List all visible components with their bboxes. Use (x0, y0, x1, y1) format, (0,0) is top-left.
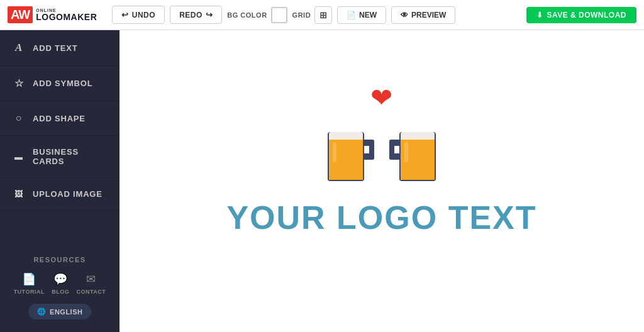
tutorial-icon: 📄 (22, 272, 36, 286)
main-area: A ADD TEXT ☆ ADD SYMBOL ○ ADD SHAPE ▬ BU… (0, 30, 644, 332)
brand-logo: AW ONLINE LOGOMAKER (8, 6, 97, 23)
canvas-logo-text[interactable]: YOUR LOGO TEXT (226, 199, 536, 236)
grid-label: GRID (292, 11, 311, 19)
language-button[interactable]: 🌐 ENGLISH (28, 304, 92, 319)
svg-rect-5 (369, 140, 374, 160)
svg-rect-13 (404, 142, 408, 162)
svg-rect-8 (401, 132, 435, 141)
bg-color-area: BG COLOR (227, 7, 287, 23)
sidebar-label-add-text: ADD TEXT (33, 43, 77, 53)
svg-rect-6 (333, 142, 336, 162)
preview-label: PREVIEW (411, 11, 446, 19)
resources-title: RESOURCES (10, 256, 109, 263)
toolbar: AW ONLINE LOGOMAKER ↩ UNDO REDO ↪ BG COL… (0, 0, 644, 30)
sidebar: A ADD TEXT ☆ ADD SYMBOL ○ ADD SHAPE ▬ BU… (0, 30, 119, 332)
save-download-button[interactable]: ⬇ SAVE & DOWNLOAD (526, 7, 636, 23)
sidebar-item-business-cards[interactable]: ▬ BUSINESS CARDS (0, 136, 119, 178)
redo-icon: ↪ (206, 10, 213, 19)
grid-area: GRID ⊞ (292, 6, 333, 24)
beer-mug-right (384, 119, 441, 189)
upload-icon: 🖼 (13, 189, 25, 199)
logo-illustration: ❤ (226, 119, 536, 236)
svg-rect-12 (389, 140, 394, 160)
new-button[interactable]: 📄 NEW (337, 6, 386, 24)
undo-icon: ↩ (121, 10, 129, 19)
star-icon: ☆ (13, 77, 25, 89)
resource-blog[interactable]: 💬 BLOG (52, 272, 69, 295)
blog-label: BLOG (52, 289, 69, 295)
cards-icon: ▬ (13, 152, 25, 162)
redo-button[interactable]: REDO ↪ (170, 6, 222, 24)
grid-toggle-button[interactable]: ⊞ (314, 6, 332, 24)
shape-icon: ○ (13, 113, 25, 124)
heart-icon: ❤ (370, 85, 392, 111)
redo-label: REDO (179, 11, 203, 19)
sidebar-item-upload-image[interactable]: 🖼 UPLOAD IMAGE (0, 178, 119, 211)
resource-tutorial[interactable]: 📄 TUTORIAL (14, 272, 45, 295)
contact-icon: ✉ (86, 272, 96, 286)
sidebar-label-upload-image: UPLOAD IMAGE (33, 189, 103, 199)
save-label: SAVE & DOWNLOAD (547, 11, 626, 19)
bg-color-label: BG COLOR (227, 11, 267, 19)
blog-icon: 💬 (53, 272, 67, 286)
sidebar-item-add-symbol[interactable]: ☆ ADD SYMBOL (0, 66, 119, 101)
globe-icon: 🌐 (37, 307, 47, 316)
beer-mug-left (323, 119, 379, 189)
sidebar-label-add-symbol: ADD SYMBOL (33, 79, 92, 88)
undo-label: UNDO (132, 11, 155, 19)
sidebar-item-add-text[interactable]: A ADD TEXT (0, 30, 119, 66)
resource-contact[interactable]: ✉ CONTACT (77, 272, 106, 295)
tutorial-label: TUTORIAL (14, 289, 45, 295)
download-icon: ⬇ (536, 11, 543, 19)
undo-button[interactable]: ↩ UNDO (112, 6, 165, 24)
new-label: NEW (359, 11, 377, 19)
logo-logomaker: LOGOMAKER (36, 13, 97, 21)
sidebar-label-business-cards: BUSINESS CARDS (33, 147, 107, 166)
resources-icons: 📄 TUTORIAL 💬 BLOG ✉ CONTACT (10, 272, 109, 295)
bg-color-swatch[interactable] (271, 7, 287, 23)
preview-button[interactable]: 👁 PREVIEW (391, 6, 455, 24)
canvas-area[interactable]: ❤ (119, 30, 644, 332)
sidebar-item-add-shape[interactable]: ○ ADD SHAPE (0, 101, 119, 136)
language-label: ENGLISH (50, 308, 82, 316)
resources-section: RESOURCES 📄 TUTORIAL 💬 BLOG ✉ CONTACT 🌐 … (0, 243, 119, 332)
file-icon: 📄 (347, 11, 356, 19)
text-icon: A (13, 42, 25, 54)
logo-aw: AW (8, 6, 33, 23)
contact-label: CONTACT (77, 289, 106, 295)
eye-icon: 👁 (401, 11, 408, 19)
sidebar-label-add-shape: ADD SHAPE (33, 114, 86, 123)
beer-group: ❤ (323, 119, 441, 189)
svg-rect-1 (329, 132, 363, 141)
